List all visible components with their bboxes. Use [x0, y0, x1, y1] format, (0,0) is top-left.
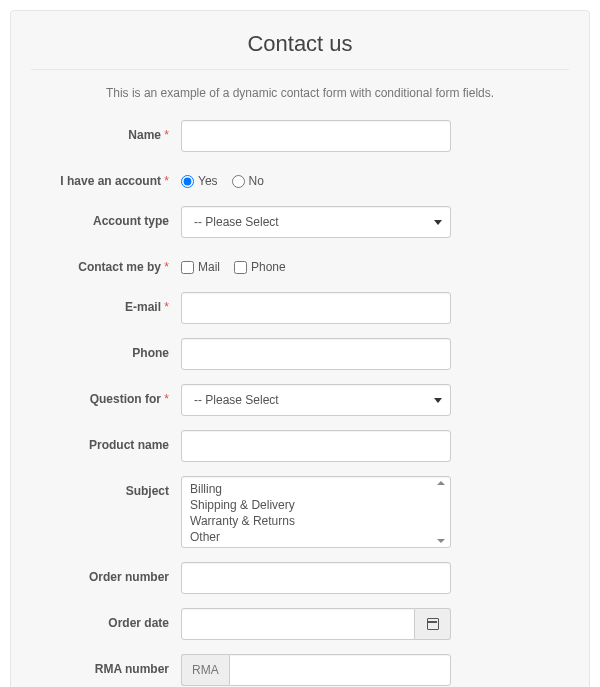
label-question-for: Question for * [31, 384, 181, 414]
subject-option[interactable]: Warranty & Returns [190, 513, 444, 529]
order-date-picker-button[interactable] [415, 608, 451, 640]
label-account-type: Account type [31, 206, 181, 236]
have-account-option-no[interactable]: No [232, 174, 264, 188]
contact-by-option-mail[interactable]: Mail [181, 260, 220, 274]
contact-by-option-phone[interactable]: Phone [234, 260, 286, 274]
calendar-icon [427, 618, 439, 630]
account-type-selected: -- Please Select [194, 215, 279, 229]
required-mark: * [164, 174, 169, 188]
rma-prefix: RMA [181, 654, 229, 686]
checkbox-mail[interactable] [181, 261, 194, 274]
page-title: Contact us [31, 31, 569, 70]
subject-listbox[interactable]: Billing Shipping & Delivery Warranty & R… [181, 476, 451, 548]
checkbox-phone-label: Phone [251, 260, 286, 274]
radio-yes[interactable] [181, 175, 194, 188]
have-account-option-yes[interactable]: Yes [181, 174, 218, 188]
checkbox-mail-label: Mail [198, 260, 220, 274]
subject-option[interactable]: Shipping & Delivery [190, 497, 444, 513]
rma-number-input[interactable] [229, 654, 451, 686]
order-number-input[interactable] [181, 562, 451, 594]
label-name: Name * [31, 120, 181, 150]
product-name-input[interactable] [181, 430, 451, 462]
order-date-input[interactable] [181, 608, 415, 640]
listbox-scroll-indicator [434, 479, 448, 545]
radio-no[interactable] [232, 175, 245, 188]
contact-form-panel: Contact us This is an example of a dynam… [10, 10, 590, 687]
label-rma-number: RMA number [31, 654, 181, 684]
question-for-selected: -- Please Select [194, 393, 279, 407]
intro-text: This is an example of a dynamic contact … [31, 86, 569, 100]
subject-option[interactable]: Billing [190, 481, 444, 497]
label-order-number: Order number [31, 562, 181, 592]
label-email: E-mail * [31, 292, 181, 322]
label-subject: Subject [31, 476, 181, 500]
label-phone: Phone [31, 338, 181, 368]
required-mark: * [164, 260, 169, 274]
radio-yes-label: Yes [198, 174, 218, 188]
label-product-name: Product name [31, 430, 181, 460]
checkbox-phone[interactable] [234, 261, 247, 274]
required-mark: * [164, 128, 169, 142]
label-contact-by: Contact me by * [31, 252, 181, 282]
required-mark: * [164, 300, 169, 314]
email-input[interactable] [181, 292, 451, 324]
required-mark: * [164, 392, 169, 406]
label-order-date: Order date [31, 608, 181, 638]
account-type-select[interactable]: -- Please Select [181, 206, 451, 238]
radio-no-label: No [249, 174, 264, 188]
subject-option[interactable]: Other [190, 529, 444, 545]
phone-input[interactable] [181, 338, 451, 370]
question-for-select[interactable]: -- Please Select [181, 384, 451, 416]
name-input[interactable] [181, 120, 451, 152]
label-have-account: I have an account * [31, 166, 181, 196]
